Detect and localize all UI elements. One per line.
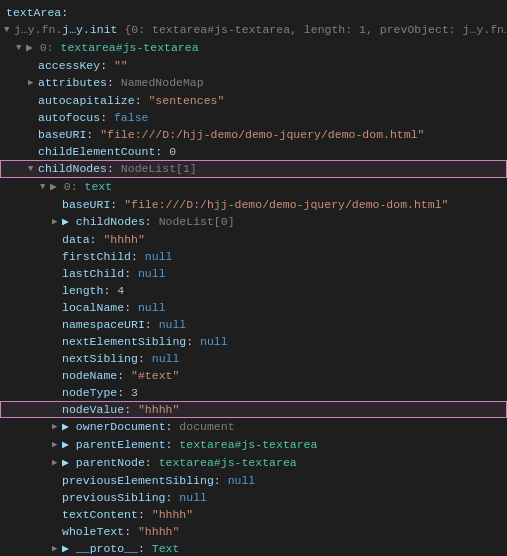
row-part: : <box>110 198 124 211</box>
tree-row-proto-text[interactable]: ▶ __proto__: Text <box>0 540 507 556</box>
row-content: textContent: "hhhh" <box>62 507 507 522</box>
tree-row-item-0[interactable]: ▶ 0: textarea#js-textarea <box>0 39 507 57</box>
row-part: : <box>100 111 114 124</box>
indent-spacer <box>0 455 52 470</box>
row-content: baseURI: "file:///D:/hjj-demo/demo-jquer… <box>62 197 507 212</box>
tree-toggle-arrow[interactable] <box>52 419 62 435</box>
tree-toggle-arrow[interactable] <box>28 75 38 91</box>
tree-row-length[interactable]: length: 4 <box>0 282 507 299</box>
row-part: "sentences" <box>148 94 224 107</box>
tree-row-baseURI2[interactable]: baseURI: "file:///D:/hjj-demo/demo-jquer… <box>0 196 507 213</box>
tree-row-wholeText[interactable]: wholeText: "hhhh" <box>0 523 507 540</box>
row-part: : <box>145 215 159 228</box>
indent-spacer <box>0 127 28 142</box>
row-content: length: 4 <box>62 283 507 298</box>
tree-toggle-arrow[interactable] <box>4 22 14 38</box>
tree-row-lastChild[interactable]: lastChild: null <box>0 265 507 282</box>
row-content: ▶ parentNode: textarea#js-textarea <box>62 455 507 470</box>
tree-row-attributes[interactable]: attributes: NamedNodeMap <box>0 74 507 92</box>
tree-row-childNodes[interactable]: childNodes: NodeList[1] <box>0 160 507 178</box>
row-part: "hhhh" <box>103 233 144 246</box>
row-part: 0 <box>169 145 176 158</box>
tree-row-parentNode[interactable]: ▶ parentNode: textarea#js-textarea <box>0 454 507 472</box>
tree-toggle-arrow[interactable] <box>40 179 50 195</box>
row-part: length <box>62 284 103 297</box>
indent-spacer <box>0 541 52 556</box>
tree-toggle-arrow[interactable] <box>52 541 62 556</box>
row-part: : <box>124 403 138 416</box>
row-content: j…y.fn.j…y.init {0: textarea#js-textarea… <box>14 22 507 37</box>
row-part: baseURI <box>38 128 86 141</box>
row-part: nodeName <box>62 369 117 382</box>
tree-row-nodeType[interactable]: nodeType: 3 <box>0 384 507 401</box>
row-part: null <box>200 335 228 348</box>
row-part: text <box>85 180 113 193</box>
row-part: 3 <box>131 386 138 399</box>
indent-spacer <box>0 93 28 108</box>
devtools-panel: textArea: j…y.fn.j…y.init {0: textarea#j… <box>0 0 507 556</box>
row-part: "file:///D:/hjj-demo/demo-jquery/demo-do… <box>124 198 448 211</box>
tree-row-nodeValue[interactable]: nodeValue: "hhhh" <box>0 401 507 418</box>
tree-row-localName[interactable]: localName: null <box>0 299 507 316</box>
row-part: : <box>186 335 200 348</box>
row-part: "#text" <box>131 369 179 382</box>
row-content: autocapitalize: "sentences" <box>38 93 507 108</box>
row-content: ▶ __proto__: Text <box>62 541 507 556</box>
tree-row-childElementCount[interactable]: childElementCount: 0 <box>0 143 507 160</box>
tree-row-namespaceURI[interactable]: namespaceURI: null <box>0 316 507 333</box>
row-content: ▶ ownerDocument: document <box>62 419 507 434</box>
tree-row-nextSibling[interactable]: nextSibling: null <box>0 350 507 367</box>
row-part: localName <box>62 301 124 314</box>
tree-row-previousElementSibling[interactable]: previousElementSibling: null <box>0 472 507 489</box>
tree-row-node-0[interactable]: ▶ 0: text <box>0 178 507 196</box>
row-content: childNodes: NodeList[1] <box>38 161 507 176</box>
row-content: nextSibling: null <box>62 351 507 366</box>
row-part: NodeList[1] <box>121 162 197 175</box>
tree-row-root-init[interactable]: j…y.fn.j…y.init {0: textarea#js-textarea… <box>0 21 507 39</box>
row-part: data <box>62 233 90 246</box>
row-content: wholeText: "hhhh" <box>62 524 507 539</box>
row-part: namespaceURI <box>62 318 145 331</box>
row-content: accessKey: "" <box>38 58 507 73</box>
row-part: j…y.init <box>62 23 117 36</box>
row-part: : <box>124 301 138 314</box>
row-part: textContent <box>62 508 138 521</box>
tree-row-nodeName[interactable]: nodeName: "#text" <box>0 367 507 384</box>
row-part: : <box>145 318 159 331</box>
indent-spacer <box>0 351 52 366</box>
indent-spacer <box>0 266 52 281</box>
tree-toggle-arrow[interactable] <box>16 40 26 56</box>
tree-row-ownerDocument[interactable]: ▶ ownerDocument: document <box>0 418 507 436</box>
tree-row-firstChild[interactable]: firstChild: null <box>0 248 507 265</box>
indent-spacer <box>0 524 52 539</box>
row-part: : <box>117 369 131 382</box>
row-part: null <box>145 250 173 263</box>
tree-row-childNodes2[interactable]: ▶ childNodes: NodeList[0] <box>0 213 507 231</box>
row-part: "" <box>114 59 128 72</box>
row-part: : <box>107 162 121 175</box>
row-part: 4 <box>117 284 124 297</box>
tree-toggle-arrow[interactable] <box>52 214 62 230</box>
tree-row-parentElement[interactable]: ▶ parentElement: textarea#js-textarea <box>0 436 507 454</box>
tree-row-baseURI[interactable]: baseURI: "file:///D:/hjj-demo/demo-jquer… <box>0 126 507 143</box>
row-content: previousSibling: null <box>62 490 507 505</box>
row-part: firstChild <box>62 250 131 263</box>
tree-row-textContent[interactable]: textContent: "hhhh" <box>0 506 507 523</box>
tree-row-autocapitalize[interactable]: autocapitalize: "sentences" <box>0 92 507 109</box>
tree-toggle-arrow[interactable] <box>28 161 38 177</box>
tree-toggle-arrow[interactable] <box>52 455 62 471</box>
tree-row-nextElementSibling[interactable]: nextElementSibling: null <box>0 333 507 350</box>
row-content: lastChild: null <box>62 266 507 281</box>
row-part: null <box>179 491 207 504</box>
tree-row-autofocus[interactable]: autofocus: false <box>0 109 507 126</box>
row-content: ▶ childNodes: NodeList[0] <box>62 214 507 229</box>
tree-row-data[interactable]: data: "hhhh" <box>0 231 507 248</box>
row-content: nextElementSibling: null <box>62 334 507 349</box>
tree-row-accessKey[interactable]: accessKey: "" <box>0 57 507 74</box>
row-content: nodeName: "#text" <box>62 368 507 383</box>
row-part: lastChild <box>62 267 124 280</box>
tree-toggle-arrow[interactable] <box>52 437 62 453</box>
row-part: : <box>107 76 121 89</box>
tree-row-previousSibling[interactable]: previousSibling: null <box>0 489 507 506</box>
row-part: : <box>124 525 138 538</box>
